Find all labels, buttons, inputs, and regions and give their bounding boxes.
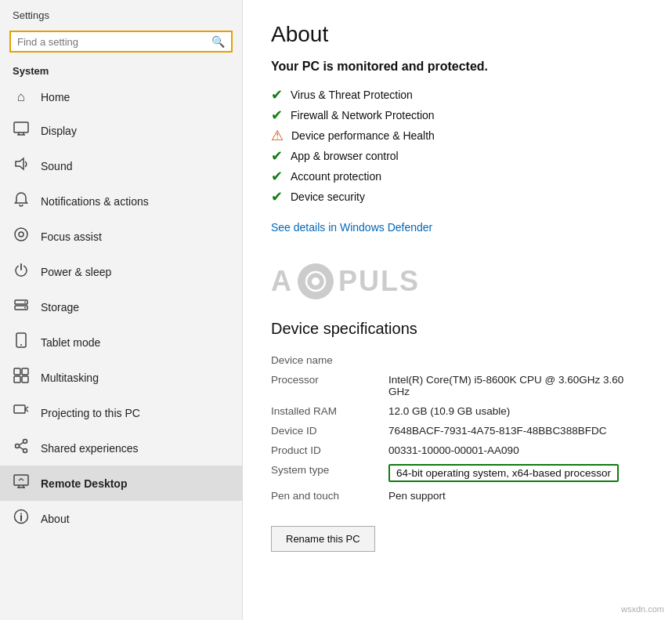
sound-icon xyxy=(13,156,30,176)
system-type-highlighted: 64-bit operating system, x64-based proce… xyxy=(388,464,619,482)
svg-rect-35 xyxy=(309,281,312,282)
spec-label: Product ID xyxy=(271,441,388,460)
svg-point-31 xyxy=(20,513,22,515)
svg-point-5 xyxy=(15,228,27,241)
protection-item-account: ✔ Account protection xyxy=(271,166,644,187)
status-green-icon: ✔ xyxy=(271,169,283,183)
search-box[interactable]: 🔍 xyxy=(9,31,233,53)
spec-label: Installed RAM xyxy=(271,401,388,421)
svg-rect-25 xyxy=(14,475,28,485)
protection-list: ✔ Virus & Threat Protection ✔ Firewall &… xyxy=(271,85,644,207)
sidebar-item-home[interactable]: ⌂ Home xyxy=(0,82,242,113)
about-icon xyxy=(13,509,30,528)
svg-rect-34 xyxy=(315,285,316,288)
sidebar-item-label: Home xyxy=(41,91,70,103)
protection-headline: Your PC is monitored and protected. xyxy=(271,60,644,74)
svg-line-24 xyxy=(20,447,23,450)
svg-rect-13 xyxy=(14,368,20,375)
svg-point-21 xyxy=(23,440,27,444)
protection-label: Virus & Threat Protection xyxy=(291,89,413,101)
svg-rect-36 xyxy=(320,281,323,282)
status-warning-icon: ⚠ xyxy=(271,129,284,143)
remote-icon xyxy=(13,473,30,493)
app-title: Settings xyxy=(0,0,242,27)
storage-icon xyxy=(13,297,30,317)
svg-point-12 xyxy=(20,344,22,346)
sidebar-section-label: System xyxy=(0,60,242,82)
sidebar-item-label: Storage xyxy=(41,301,79,314)
svg-rect-15 xyxy=(14,376,20,383)
sidebar-item-label: Tablet mode xyxy=(41,336,100,349)
protection-item-device-sec: ✔ Device security xyxy=(271,187,644,207)
spec-row-device-id: Device ID 7648BACF-7931-4A75-813F-48BBC3… xyxy=(271,421,644,441)
sidebar-item-display[interactable]: Display xyxy=(0,113,242,148)
spec-label: Device name xyxy=(271,350,388,370)
spec-table: Device name Processor Intel(R) Core(TM) … xyxy=(271,350,644,506)
search-input[interactable] xyxy=(17,36,211,48)
sidebar-item-tablet[interactable]: Tablet mode xyxy=(0,325,242,360)
sidebar-item-remote[interactable]: Remote Desktop xyxy=(0,466,242,501)
spec-row-product-id: Product ID 00331-10000-00001-AA090 xyxy=(271,441,644,460)
status-green-icon: ✔ xyxy=(271,108,283,122)
search-box-container: 🔍 xyxy=(0,27,242,60)
svg-marker-4 xyxy=(16,158,23,169)
svg-point-9 xyxy=(24,302,26,303)
spec-row-device-name: Device name xyxy=(271,350,644,370)
sidebar-item-notifications[interactable]: Notifications & actions xyxy=(0,183,242,219)
svg-rect-16 xyxy=(22,376,28,383)
sidebar-item-label: Projecting to this PC xyxy=(41,407,140,419)
sidebar-item-label: Focus assist xyxy=(41,230,102,243)
spec-value: 64-bit operating system, x64-based proce… xyxy=(388,460,644,486)
protection-label: Firewall & Network Protection xyxy=(291,109,435,121)
sidebar-item-projecting[interactable]: Projecting to this PC xyxy=(0,395,242,430)
power-icon xyxy=(13,262,30,281)
svg-rect-0 xyxy=(14,122,28,132)
focus-icon xyxy=(13,227,30,246)
main-content: About Your PC is monitored and protected… xyxy=(243,0,672,620)
defender-link[interactable]: See details in Windows Defender xyxy=(271,221,432,234)
spec-row-ram: Installed RAM 12.0 GB (10.9 GB usable) xyxy=(271,401,644,421)
spec-label: Processor xyxy=(271,370,388,401)
spec-label: Pen and touch xyxy=(271,486,388,506)
sidebar-item-shared[interactable]: Shared experiences xyxy=(0,430,242,466)
protection-label: App & browser control xyxy=(291,150,399,162)
sidebar-item-about[interactable]: About xyxy=(0,501,242,536)
sidebar-item-focus[interactable]: Focus assist xyxy=(0,219,242,254)
protection-label: Account protection xyxy=(291,170,381,183)
rename-pc-button[interactable]: Rename this PC xyxy=(271,526,375,552)
home-icon: ⌂ xyxy=(13,89,30,105)
svg-rect-33 xyxy=(315,274,316,277)
spec-value: 00331-10000-00001-AA090 xyxy=(388,441,644,460)
watermark-puls: PULS xyxy=(338,265,420,298)
device-specs-title: Device specifications xyxy=(271,320,644,338)
sidebar-item-label: Notifications & actions xyxy=(41,195,149,208)
page-title: About xyxy=(271,22,644,47)
spec-row-processor: Processor Intel(R) Core(TM) i5-8600K CPU… xyxy=(271,370,644,401)
watermark-footer: wsxdn.com xyxy=(621,604,664,614)
svg-point-10 xyxy=(24,307,26,309)
svg-rect-14 xyxy=(22,368,28,375)
sidebar-item-label: Power & sleep xyxy=(41,266,111,278)
display-icon xyxy=(13,121,30,140)
sidebar-item-label: Multitasking xyxy=(41,372,99,384)
sidebar-item-label: Remote Desktop xyxy=(41,477,127,490)
spec-label: System type xyxy=(271,460,388,486)
shared-icon xyxy=(13,438,30,458)
multitasking-icon xyxy=(13,368,30,387)
sidebar-item-multitasking[interactable]: Multitasking xyxy=(0,360,242,395)
sidebar-item-power[interactable]: Power & sleep xyxy=(0,254,242,289)
status-green-icon: ✔ xyxy=(271,149,283,163)
spec-label: Device ID xyxy=(271,421,388,441)
spec-value: 7648BACF-7931-4A75-813F-48BBC388BFDC xyxy=(388,421,644,441)
sidebar-item-label: About xyxy=(41,513,70,525)
sidebar-item-storage[interactable]: Storage xyxy=(0,289,242,325)
sidebar-item-sound[interactable]: Sound xyxy=(0,148,242,183)
svg-point-6 xyxy=(19,232,23,237)
spec-value: Pen support xyxy=(388,486,644,506)
watermark-area: A PULS xyxy=(271,259,644,304)
protection-item-device-perf: ⚠ Device performance & Health xyxy=(271,125,644,146)
svg-line-23 xyxy=(20,443,23,446)
protection-item-firewall: ✔ Firewall & Network Protection xyxy=(271,105,644,125)
svg-point-20 xyxy=(16,444,20,448)
projecting-icon xyxy=(13,403,30,422)
